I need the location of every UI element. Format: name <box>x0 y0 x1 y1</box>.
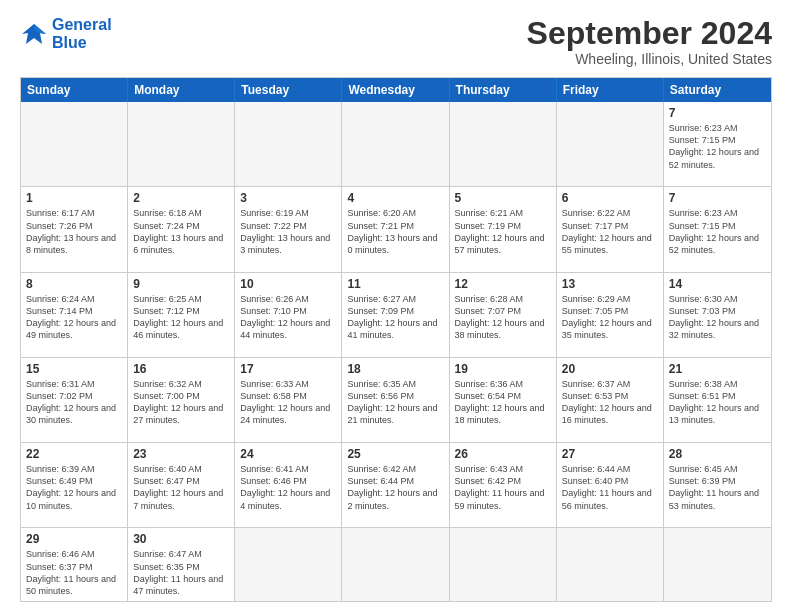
day-info: Sunrise: 6:45 AM Sunset: 6:39 PM Dayligh… <box>669 463 766 512</box>
calendar-cell: 7 Sunrise: 6:23 AM Sunset: 7:15 PM Dayli… <box>664 102 771 186</box>
sunrise-label: Sunrise: 6:24 AM <box>26 294 95 304</box>
calendar-week-0: 7 Sunrise: 6:23 AM Sunset: 7:15 PM Dayli… <box>21 102 771 187</box>
sunset-label: Sunset: 7:10 PM <box>240 306 307 316</box>
calendar-cell: 1 Sunrise: 6:17 AM Sunset: 7:26 PM Dayli… <box>21 187 128 271</box>
calendar-cell: 11 Sunrise: 6:27 AM Sunset: 7:09 PM Dayl… <box>342 273 449 357</box>
day-number: 9 <box>133 277 229 291</box>
calendar-cell: 9 Sunrise: 6:25 AM Sunset: 7:12 PM Dayli… <box>128 273 235 357</box>
day-number: 27 <box>562 447 658 461</box>
calendar-cell: 30 Sunrise: 6:47 AM Sunset: 6:35 PM Dayl… <box>128 528 235 601</box>
day-number: 19 <box>455 362 551 376</box>
sunrise-label: Sunrise: 6:19 AM <box>240 208 309 218</box>
calendar-week-2: 8 Sunrise: 6:24 AM Sunset: 7:14 PM Dayli… <box>21 273 771 358</box>
calendar-cell: 6 Sunrise: 6:22 AM Sunset: 7:17 PM Dayli… <box>557 187 664 271</box>
day-number: 26 <box>455 447 551 461</box>
sunrise-label: Sunrise: 6:23 AM <box>669 123 738 133</box>
day-info: Sunrise: 6:28 AM Sunset: 7:07 PM Dayligh… <box>455 293 551 342</box>
sunrise-label: Sunrise: 6:44 AM <box>562 464 631 474</box>
daylight-label: Daylight: 12 hours and 16 minutes. <box>562 403 652 425</box>
calendar-cell: 27 Sunrise: 6:44 AM Sunset: 6:40 PM Dayl… <box>557 443 664 527</box>
daylight-label: Daylight: 11 hours and 47 minutes. <box>133 574 223 596</box>
sunrise-label: Sunrise: 6:36 AM <box>455 379 524 389</box>
calendar-cell: 17 Sunrise: 6:33 AM Sunset: 6:58 PM Dayl… <box>235 358 342 442</box>
sunset-label: Sunset: 7:22 PM <box>240 221 307 231</box>
calendar-cell <box>450 528 557 601</box>
header-friday: Friday <box>557 78 664 102</box>
calendar-cell <box>128 102 235 186</box>
sunset-label: Sunset: 7:02 PM <box>26 391 93 401</box>
daylight-label: Daylight: 12 hours and 27 minutes. <box>133 403 223 425</box>
day-number: 7 <box>669 106 766 120</box>
day-number: 15 <box>26 362 122 376</box>
calendar-cell: 14 Sunrise: 6:30 AM Sunset: 7:03 PM Dayl… <box>664 273 771 357</box>
calendar-cell: 8 Sunrise: 6:24 AM Sunset: 7:14 PM Dayli… <box>21 273 128 357</box>
day-number: 2 <box>133 191 229 205</box>
sunrise-label: Sunrise: 6:46 AM <box>26 549 95 559</box>
day-info: Sunrise: 6:23 AM Sunset: 7:15 PM Dayligh… <box>669 207 766 256</box>
sunset-label: Sunset: 6:49 PM <box>26 476 93 486</box>
day-info: Sunrise: 6:33 AM Sunset: 6:58 PM Dayligh… <box>240 378 336 427</box>
calendar-cell <box>342 102 449 186</box>
calendar-week-3: 15 Sunrise: 6:31 AM Sunset: 7:02 PM Dayl… <box>21 358 771 443</box>
day-info: Sunrise: 6:24 AM Sunset: 7:14 PM Dayligh… <box>26 293 122 342</box>
calendar-week-1: 1 Sunrise: 6:17 AM Sunset: 7:26 PM Dayli… <box>21 187 771 272</box>
sunrise-label: Sunrise: 6:47 AM <box>133 549 202 559</box>
day-info: Sunrise: 6:20 AM Sunset: 7:21 PM Dayligh… <box>347 207 443 256</box>
day-number: 10 <box>240 277 336 291</box>
daylight-label: Daylight: 12 hours and 18 minutes. <box>455 403 545 425</box>
calendar-cell <box>450 102 557 186</box>
sunrise-label: Sunrise: 6:26 AM <box>240 294 309 304</box>
daylight-label: Daylight: 12 hours and 4 minutes. <box>240 488 330 510</box>
sunrise-label: Sunrise: 6:28 AM <box>455 294 524 304</box>
daylight-label: Daylight: 11 hours and 50 minutes. <box>26 574 116 596</box>
day-number: 28 <box>669 447 766 461</box>
daylight-label: Daylight: 12 hours and 2 minutes. <box>347 488 437 510</box>
calendar-cell: 21 Sunrise: 6:38 AM Sunset: 6:51 PM Dayl… <box>664 358 771 442</box>
day-info: Sunrise: 6:42 AM Sunset: 6:44 PM Dayligh… <box>347 463 443 512</box>
calendar-header: Sunday Monday Tuesday Wednesday Thursday… <box>21 78 771 102</box>
day-number: 1 <box>26 191 122 205</box>
sunset-label: Sunset: 7:17 PM <box>562 221 629 231</box>
sunrise-label: Sunrise: 6:33 AM <box>240 379 309 389</box>
calendar-cell: 13 Sunrise: 6:29 AM Sunset: 7:05 PM Dayl… <box>557 273 664 357</box>
day-info: Sunrise: 6:47 AM Sunset: 6:35 PM Dayligh… <box>133 548 229 597</box>
sunset-label: Sunset: 6:47 PM <box>133 476 200 486</box>
daylight-label: Daylight: 12 hours and 24 minutes. <box>240 403 330 425</box>
daylight-label: Daylight: 12 hours and 13 minutes. <box>669 403 759 425</box>
header-monday: Monday <box>128 78 235 102</box>
sunset-label: Sunset: 6:54 PM <box>455 391 522 401</box>
daylight-label: Daylight: 12 hours and 52 minutes. <box>669 233 759 255</box>
calendar: Sunday Monday Tuesday Wednesday Thursday… <box>20 77 772 602</box>
daylight-label: Daylight: 12 hours and 55 minutes. <box>562 233 652 255</box>
sunrise-label: Sunrise: 6:31 AM <box>26 379 95 389</box>
day-number: 17 <box>240 362 336 376</box>
sunrise-label: Sunrise: 6:43 AM <box>455 464 524 474</box>
sunset-label: Sunset: 6:42 PM <box>455 476 522 486</box>
sunrise-label: Sunrise: 6:27 AM <box>347 294 416 304</box>
daylight-label: Daylight: 12 hours and 41 minutes. <box>347 318 437 340</box>
location: Wheeling, Illinois, United States <box>527 51 772 67</box>
day-number: 3 <box>240 191 336 205</box>
calendar-cell: 3 Sunrise: 6:19 AM Sunset: 7:22 PM Dayli… <box>235 187 342 271</box>
sunrise-label: Sunrise: 6:20 AM <box>347 208 416 218</box>
day-number: 22 <box>26 447 122 461</box>
daylight-label: Daylight: 12 hours and 30 minutes. <box>26 403 116 425</box>
sunrise-label: Sunrise: 6:22 AM <box>562 208 631 218</box>
calendar-cell: 18 Sunrise: 6:35 AM Sunset: 6:56 PM Dayl… <box>342 358 449 442</box>
sunset-label: Sunset: 6:44 PM <box>347 476 414 486</box>
day-number: 5 <box>455 191 551 205</box>
sunset-label: Sunset: 6:58 PM <box>240 391 307 401</box>
calendar-cell: 28 Sunrise: 6:45 AM Sunset: 6:39 PM Dayl… <box>664 443 771 527</box>
calendar-cell: 12 Sunrise: 6:28 AM Sunset: 7:07 PM Dayl… <box>450 273 557 357</box>
calendar-cell: 22 Sunrise: 6:39 AM Sunset: 6:49 PM Dayl… <box>21 443 128 527</box>
logo-icon <box>20 20 48 48</box>
day-info: Sunrise: 6:26 AM Sunset: 7:10 PM Dayligh… <box>240 293 336 342</box>
day-info: Sunrise: 6:27 AM Sunset: 7:09 PM Dayligh… <box>347 293 443 342</box>
sunset-label: Sunset: 7:15 PM <box>669 221 736 231</box>
sunset-label: Sunset: 7:12 PM <box>133 306 200 316</box>
calendar-cell <box>342 528 449 601</box>
sunrise-label: Sunrise: 6:23 AM <box>669 208 738 218</box>
day-info: Sunrise: 6:37 AM Sunset: 6:53 PM Dayligh… <box>562 378 658 427</box>
day-info: Sunrise: 6:35 AM Sunset: 6:56 PM Dayligh… <box>347 378 443 427</box>
calendar-cell: 10 Sunrise: 6:26 AM Sunset: 7:10 PM Dayl… <box>235 273 342 357</box>
